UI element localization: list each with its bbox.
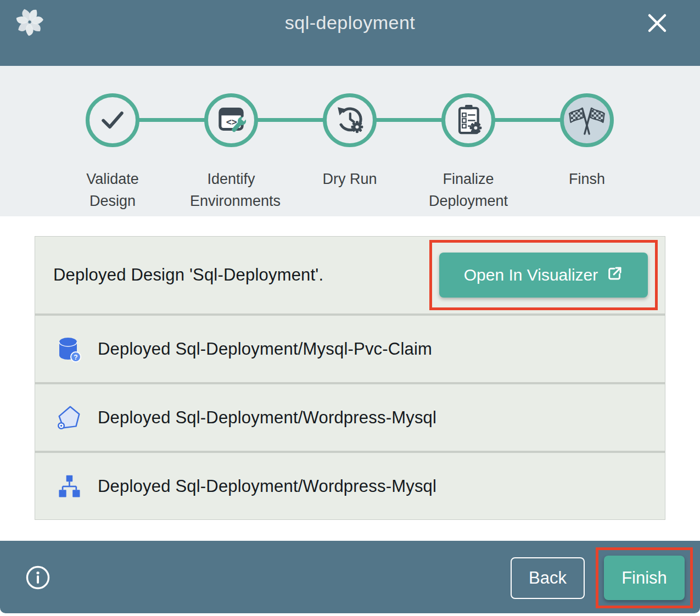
checkmark-icon bbox=[89, 96, 136, 144]
step-label: Finsh bbox=[569, 168, 605, 190]
results-list: Deployed Design 'Sql-Deployment'. Open I… bbox=[35, 236, 665, 520]
result-row-pvc: ? Deployed Sql-Deployment/Mysql-Pvc-Clai… bbox=[35, 316, 665, 382]
summary-row: Deployed Design 'Sql-Deployment'. Open I… bbox=[35, 237, 665, 313]
step-finish: Finsh bbox=[528, 66, 646, 212]
open-in-visualizer-label: Open In Visualizer bbox=[464, 266, 598, 284]
step-circle-dry-run[interactable] bbox=[323, 93, 377, 147]
clipboard-gear-icon bbox=[445, 96, 491, 144]
checkered-flags-icon bbox=[564, 96, 610, 144]
external-link-icon bbox=[607, 265, 623, 285]
open-in-visualizer-button[interactable]: Open In Visualizer bbox=[439, 253, 648, 298]
results-content: Deployed Design 'Sql-Deployment'. Open I… bbox=[0, 216, 700, 541]
dialog-header: sql-deployment bbox=[0, 0, 700, 66]
annotation-box-visualizer: Open In Visualizer bbox=[429, 240, 658, 310]
step-circle-finish[interactable] bbox=[560, 93, 614, 147]
dialog-footer: Back Finish bbox=[0, 541, 700, 613]
finish-button[interactable]: Finish bbox=[604, 556, 685, 600]
annotation-box-finish: Finish bbox=[596, 547, 693, 608]
summary-text: Deployed Design 'Sql-Deployment'. bbox=[53, 265, 323, 285]
result-row-hierarchy: Deployed Sql-Deployment/Wordpress-Mysql bbox=[35, 453, 665, 519]
persistent-volume-claim-icon: ? bbox=[55, 335, 83, 363]
step-circle-identify[interactable]: <> bbox=[204, 93, 258, 147]
result-row-pentagon: Deployed Sql-Deployment/Wordpress-Mysql bbox=[35, 384, 665, 451]
step-finalize-deployment: Finalize Deployment bbox=[409, 66, 528, 212]
step-label: Validate Design bbox=[71, 168, 154, 212]
step-circle-validate[interactable] bbox=[86, 93, 139, 147]
step-label: Identify Environments bbox=[190, 168, 272, 212]
deployment-stepper: Validate Design <> bbox=[0, 66, 700, 216]
result-text: Deployed Sql-Deployment/Wordpress-Mysql bbox=[98, 477, 436, 496]
step-dry-run: Dry Run bbox=[290, 66, 409, 212]
info-icon[interactable] bbox=[25, 565, 51, 590]
pentagon-resource-icon bbox=[55, 404, 83, 432]
history-gear-icon bbox=[327, 96, 373, 144]
step-identify-environments: <> Identify Environments bbox=[172, 66, 290, 212]
step-label: Finalize Deployment bbox=[427, 168, 509, 212]
svg-text:?: ? bbox=[74, 353, 77, 361]
step-label: Dry Run bbox=[322, 168, 377, 190]
code-window-wrench-icon: <> bbox=[208, 96, 254, 144]
deployment-wizard-dialog: sql-deployment Vali bbox=[0, 0, 700, 616]
deployment-hierarchy-icon bbox=[55, 472, 83, 501]
back-button[interactable]: Back bbox=[511, 557, 585, 599]
step-circle-finalize[interactable] bbox=[441, 93, 495, 147]
close-icon[interactable] bbox=[645, 11, 669, 35]
result-text: Deployed Sql-Deployment/Wordpress-Mysql bbox=[98, 408, 436, 428]
dialog-title: sql-deployment bbox=[0, 12, 700, 33]
result-text: Deployed Sql-Deployment/Mysql-Pvc-Claim bbox=[98, 339, 432, 359]
step-validate-design: Validate Design bbox=[53, 66, 172, 212]
